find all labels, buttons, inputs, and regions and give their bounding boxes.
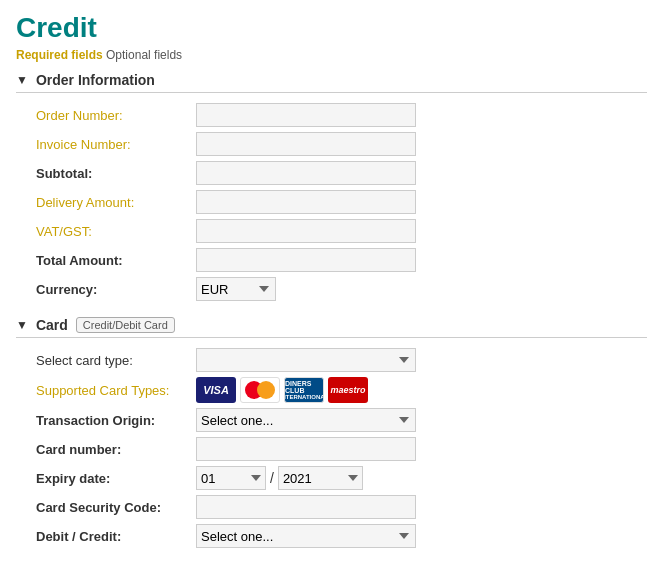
card-number-input[interactable] xyxy=(196,437,416,461)
currency-label: Currency: xyxy=(36,282,196,297)
currency-select[interactable]: EUR USD GBP AUD xyxy=(196,277,276,301)
subtotal-input[interactable] xyxy=(196,161,416,185)
order-section-arrow[interactable]: ▼ xyxy=(16,73,28,87)
vat-gst-input[interactable] xyxy=(196,219,416,243)
order-section-header: ▼ Order Information xyxy=(16,72,647,93)
invoice-number-label: Invoice Number: xyxy=(36,137,196,152)
card-number-row: Card number: xyxy=(16,437,647,461)
transaction-origin-row: Transaction Origin: Select one... xyxy=(16,408,647,432)
invoice-number-row: Invoice Number: xyxy=(16,132,647,156)
transaction-origin-select[interactable]: Select one... xyxy=(196,408,416,432)
card-section-title: Card xyxy=(36,317,68,333)
card-section-header: ▼ Card Credit/Debit Card xyxy=(16,317,647,338)
supported-card-types-row: Supported Card Types: VISA DINERS CLUB I… xyxy=(16,377,647,403)
mastercard-icon xyxy=(240,377,280,403)
delivery-amount-label: Delivery Amount: xyxy=(36,195,196,210)
order-section-title: Order Information xyxy=(36,72,155,88)
optional-label-text: Optional fields xyxy=(106,48,182,62)
total-amount-row: Total Amount: xyxy=(16,248,647,272)
expiry-month-select[interactable]: 01020304 05060708 09101112 xyxy=(196,466,266,490)
page-title: Credit xyxy=(16,12,647,44)
diners-club-icon: DINERS CLUB INTERNATIONAL xyxy=(284,377,324,403)
invoice-number-input[interactable] xyxy=(196,132,416,156)
card-section-arrow[interactable]: ▼ xyxy=(16,318,28,332)
subtotal-label: Subtotal: xyxy=(36,166,196,181)
required-label: Required fields xyxy=(16,48,103,62)
card-type-row: Select card type: xyxy=(16,348,647,372)
security-code-label: Card Security Code: xyxy=(36,500,196,515)
total-amount-label: Total Amount: xyxy=(36,253,196,268)
card-type-select[interactable] xyxy=(196,348,416,372)
order-information-section: ▼ Order Information Order Number: Invoic… xyxy=(16,72,647,301)
expiry-separator: / xyxy=(270,470,274,486)
supported-card-types-label: Supported Card Types: xyxy=(36,383,196,398)
order-number-input[interactable] xyxy=(196,103,416,127)
security-code-row: Card Security Code: xyxy=(16,495,647,519)
total-amount-input[interactable] xyxy=(196,248,416,272)
card-type-label: Select card type: xyxy=(36,353,196,368)
debit-credit-row: Debit / Credit: Select one... xyxy=(16,524,647,548)
expiry-year-select[interactable]: 2021202220232024 2025202620272028 202920… xyxy=(278,466,363,490)
delivery-amount-row: Delivery Amount: xyxy=(16,190,647,214)
expiry-controls: 01020304 05060708 09101112 / 20212022202… xyxy=(196,466,363,490)
delivery-amount-input[interactable] xyxy=(196,190,416,214)
visa-icon: VISA xyxy=(196,377,236,403)
card-icons-group: VISA DINERS CLUB INTERNATIONAL maestro xyxy=(196,377,368,403)
order-number-label: Order Number: xyxy=(36,108,196,123)
card-number-label: Card number: xyxy=(36,442,196,457)
expiry-date-row: Expiry date: 01020304 05060708 09101112 … xyxy=(16,466,647,490)
expiry-date-label: Expiry date: xyxy=(36,471,196,486)
order-number-row: Order Number: xyxy=(16,103,647,127)
currency-row: Currency: EUR USD GBP AUD xyxy=(16,277,647,301)
vat-gst-label: VAT/GST: xyxy=(36,224,196,239)
debit-credit-select[interactable]: Select one... xyxy=(196,524,416,548)
maestro-icon: maestro xyxy=(328,377,368,403)
security-code-input[interactable] xyxy=(196,495,416,519)
card-section-badge: Credit/Debit Card xyxy=(76,317,175,333)
vat-gst-row: VAT/GST: xyxy=(16,219,647,243)
subtotal-row: Subtotal: xyxy=(16,161,647,185)
card-section: ▼ Card Credit/Debit Card Select card typ… xyxy=(16,317,647,548)
transaction-origin-label: Transaction Origin: xyxy=(36,413,196,428)
debit-credit-label: Debit / Credit: xyxy=(36,529,196,544)
